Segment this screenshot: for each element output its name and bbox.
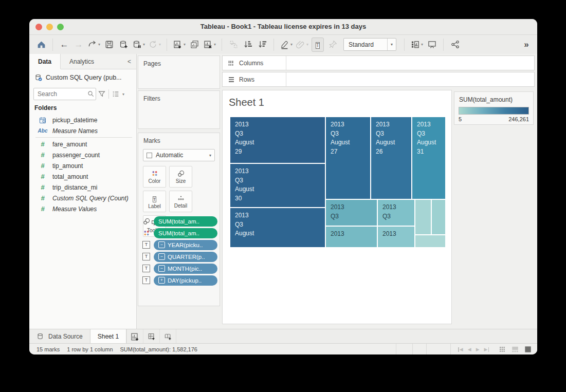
new-story-tab-button[interactable] xyxy=(160,329,176,344)
dropdown-caret-icon[interactable]: ▾ xyxy=(214,42,216,47)
first-page-button[interactable]: ◀ xyxy=(458,347,463,352)
field-pill[interactable]: −MONTH(pic.. xyxy=(154,264,217,274)
forward-button[interactable]: → xyxy=(73,38,84,52)
treemap-cell[interactable] xyxy=(432,200,445,234)
fit-mode-select[interactable]: Standard▾ xyxy=(343,38,396,51)
duplicate-sheet-button[interactable] xyxy=(189,38,200,52)
color-legend[interactable]: SUM(total_amount) 5 246,261 xyxy=(454,91,534,125)
mark-type-select[interactable]: Automatic ▾ xyxy=(143,149,215,161)
tab-data-source[interactable]: Data Source xyxy=(29,329,90,344)
field-item[interactable]: #passenger_count xyxy=(29,150,136,160)
treemap-cell[interactable] xyxy=(415,235,445,247)
dropdown-caret-icon[interactable]: ▾ xyxy=(306,42,308,47)
tab-sheet-1[interactable]: Sheet 1 xyxy=(90,329,126,344)
search-input[interactable] xyxy=(34,90,87,98)
treemap-cell[interactable]: 2013Q3 xyxy=(378,200,414,226)
title-bar[interactable]: Tableau - Book1 - Tableau license expire… xyxy=(29,19,537,35)
field-item[interactable]: #Custom SQL Query (Count) xyxy=(29,193,136,203)
new-data-source-button[interactable] xyxy=(118,38,129,52)
treemap-cell[interactable]: 2013Q3August30 xyxy=(230,164,325,207)
field-label: fare_amount xyxy=(52,141,87,148)
treemap-cell[interactable]: 2013Q3August xyxy=(230,208,325,247)
dropdown-caret-icon[interactable]: ▾ xyxy=(421,42,423,47)
field-pill[interactable]: +DAY(pickup.. xyxy=(154,275,217,286)
pause-auto-updates-button[interactable]: ▾ xyxy=(132,38,145,52)
highlight-button[interactable]: ▾ xyxy=(280,38,293,52)
clear-sheet-button[interactable]: ▾ xyxy=(203,38,216,52)
field-item[interactable]: #tip_amount xyxy=(29,160,136,171)
back-button[interactable]: ← xyxy=(59,38,70,52)
marks-size-button[interactable]: Size xyxy=(169,166,192,188)
marks-detail-button[interactable]: Detail xyxy=(169,191,192,212)
show-filmstrip-button[interactable] xyxy=(498,345,506,353)
collapse-icon[interactable]: − xyxy=(158,253,165,260)
legend-gradient[interactable] xyxy=(459,107,529,115)
marks-label-button[interactable]: TLabel xyxy=(143,191,166,212)
new-worksheet-button[interactable]: ▾ xyxy=(173,38,186,52)
rows-shelf[interactable]: Rows xyxy=(222,72,535,87)
filters-shelf[interactable]: Filters xyxy=(138,90,220,129)
home-button[interactable] xyxy=(35,38,47,52)
treemap-cell[interactable] xyxy=(415,200,431,234)
next-page-button[interactable]: ▶ xyxy=(476,347,480,352)
sort-ascending-button[interactable] xyxy=(242,38,253,52)
replay-button[interactable]: ▾ xyxy=(87,38,100,52)
save-button[interactable] xyxy=(103,38,115,52)
format-workbook-button[interactable]: ▾ xyxy=(296,38,308,52)
columns-shelf[interactable]: Columns xyxy=(222,55,535,70)
field-item[interactable]: AbcMeasure Names xyxy=(29,125,136,136)
dropdown-caret-icon[interactable]: ▾ xyxy=(290,42,293,47)
tab-analytics[interactable]: Analytics xyxy=(61,54,103,69)
marks-button-label: Detail xyxy=(174,203,188,209)
field-item[interactable]: pickup_datetime xyxy=(29,115,136,125)
field-item[interactable]: #trip_distance_mi xyxy=(29,182,136,193)
new-dashboard-tab-button[interactable] xyxy=(143,329,160,344)
swap-rows-columns-button[interactable] xyxy=(228,38,239,52)
label-t-icon: T xyxy=(316,42,320,49)
treemap-cell[interactable]: 2013Q3August29 xyxy=(230,117,325,163)
treemap-cell[interactable]: 2013Q3August26 xyxy=(371,117,411,199)
tab-data[interactable]: Data xyxy=(29,54,61,69)
show-mark-labels-button[interactable]: T xyxy=(312,38,324,52)
run-auto-updates-button[interactable]: ▾ xyxy=(148,38,161,52)
dropdown-caret-icon[interactable]: ▾ xyxy=(184,42,186,47)
pages-shelf[interactable]: Pages xyxy=(138,55,220,89)
search-input-wrap[interactable] xyxy=(33,88,96,100)
last-page-button[interactable]: ▶ xyxy=(484,347,489,352)
dropdown-caret-icon[interactable]: ▾ xyxy=(143,42,145,47)
field-pill[interactable]: −YEAR(picku.. xyxy=(154,240,217,250)
dropdown-caret-icon[interactable]: ▾ xyxy=(98,42,100,47)
datasource-item[interactable]: Custom SQL Query (pub... xyxy=(29,71,136,84)
field-item[interactable]: #Measure Values xyxy=(29,203,136,214)
view-options-caret-icon[interactable]: ▾ xyxy=(122,92,124,97)
collapse-icon[interactable]: − xyxy=(158,265,165,272)
treemap-cell[interactable]: 2013Q3 xyxy=(326,200,377,226)
treemap-cell[interactable]: 2013 xyxy=(378,227,414,247)
show-tabs-button[interactable] xyxy=(511,345,519,353)
new-worksheet-tab-button[interactable] xyxy=(126,329,143,344)
sort-descending-button[interactable] xyxy=(257,38,268,52)
treemap-cell[interactable]: 2013Q3August27 xyxy=(326,117,370,199)
treemap-cell[interactable]: 2013 xyxy=(326,227,377,247)
view-options-icon[interactable] xyxy=(112,90,120,98)
field-item[interactable]: #total_amount xyxy=(29,171,136,182)
field-pill[interactable]: SUM(total_am.. xyxy=(154,216,217,227)
fix-axes-button[interactable] xyxy=(327,38,338,52)
marks-color-button[interactable]: Color xyxy=(143,166,166,188)
prev-page-button[interactable]: ◀ xyxy=(468,347,471,352)
expand-icon[interactable]: + xyxy=(158,277,165,284)
treemap-cell[interactable]: 2013Q3August31 xyxy=(412,117,445,199)
toolbar-overflow-button[interactable]: » xyxy=(520,38,531,52)
show-sheet-button[interactable] xyxy=(524,345,532,353)
dropdown-caret-icon[interactable]: ▾ xyxy=(159,42,161,47)
presentation-mode-button[interactable] xyxy=(426,38,437,52)
size-icon xyxy=(177,170,185,178)
collapse-pane-button[interactable]: < xyxy=(122,54,136,69)
field-item[interactable]: #fare_amount xyxy=(29,139,136,150)
show-hide-cards-button[interactable]: ▾ xyxy=(410,38,423,52)
share-button[interactable] xyxy=(449,38,461,52)
filter-funnel-icon[interactable] xyxy=(98,90,106,98)
field-pill[interactable]: −QUARTER(p.. xyxy=(154,252,217,262)
field-pill[interactable]: SUM(total_am.. xyxy=(154,228,217,238)
collapse-icon[interactable]: − xyxy=(158,241,165,248)
